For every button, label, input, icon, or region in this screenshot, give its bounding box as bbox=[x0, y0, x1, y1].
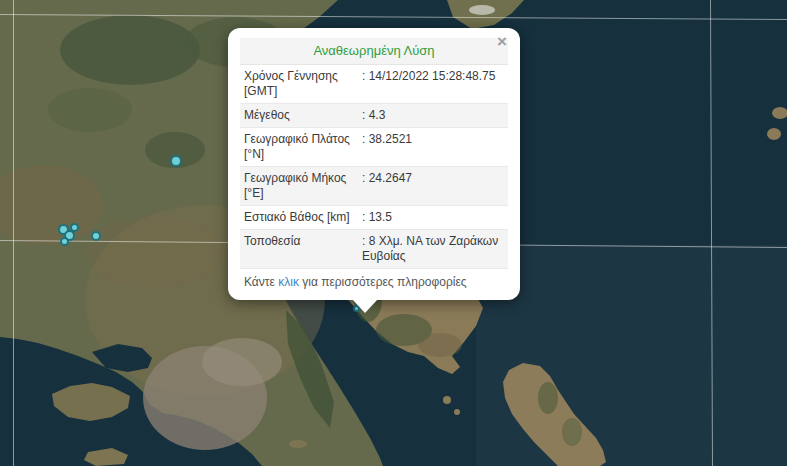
row-value: : 14/12/2022 15:28:48.75 bbox=[362, 69, 504, 99]
popup-title: Αναθεωρημένη Λύση bbox=[240, 38, 508, 65]
earthquake-marker[interactable] bbox=[91, 231, 101, 241]
row-longitude: Γεωγραφικό Μήκος [°E] : 24.2647 bbox=[240, 167, 508, 206]
row-value: : 24.2647 bbox=[362, 171, 504, 201]
row-depth: Εστιακό Βάθος [km] : 13.5 bbox=[240, 206, 508, 230]
row-value: : 4.3 bbox=[362, 108, 504, 123]
row-label: Τοποθεσία bbox=[244, 234, 362, 264]
row-latitude: Γεωγραφικό Πλάτος [°N] : 38.2521 bbox=[240, 128, 508, 167]
close-icon[interactable]: × bbox=[494, 34, 510, 50]
row-magnitude: Μέγεθος : 4.3 bbox=[240, 104, 508, 128]
earthquake-marker[interactable] bbox=[60, 237, 69, 246]
row-label: Γεωγραφικό Πλάτος [°N] bbox=[244, 132, 362, 162]
seismic-map[interactable]: × Αναθεωρημένη Λύση Χρόνος Γέννησης [GMT… bbox=[0, 0, 787, 466]
footer-text: Κάντε bbox=[244, 275, 278, 289]
row-label: Εστιακό Βάθος [km] bbox=[244, 210, 362, 225]
row-value: : 8 Χλμ. ΝΑ των Ζαράκων Ευβοίας bbox=[362, 234, 504, 264]
row-location: Τοποθεσία : 8 Χλμ. ΝΑ των Ζαράκων Ευβοία… bbox=[240, 230, 508, 269]
earthquake-marker[interactable] bbox=[170, 155, 182, 167]
row-label: Γεωγραφικό Μήκος [°E] bbox=[244, 171, 362, 201]
row-value: : 38.2521 bbox=[362, 132, 504, 162]
row-label: Μέγεθος bbox=[244, 108, 362, 123]
popup-tail bbox=[352, 299, 378, 313]
row-value: : 13.5 bbox=[362, 210, 504, 225]
more-info-link[interactable]: κλικ bbox=[278, 275, 299, 289]
footer-text: για περισσότερες πληροφορίες bbox=[299, 275, 467, 289]
popup-footer: Κάντε κλικ για περισσότερες πληροφορίες bbox=[240, 269, 508, 292]
row-label: Χρόνος Γέννησης [GMT] bbox=[244, 69, 362, 99]
earthquake-info-popup: × Αναθεωρημένη Λύση Χρόνος Γέννησης [GMT… bbox=[228, 28, 520, 300]
row-origin-time: Χρόνος Γέννησης [GMT] : 14/12/2022 15:28… bbox=[240, 65, 508, 104]
